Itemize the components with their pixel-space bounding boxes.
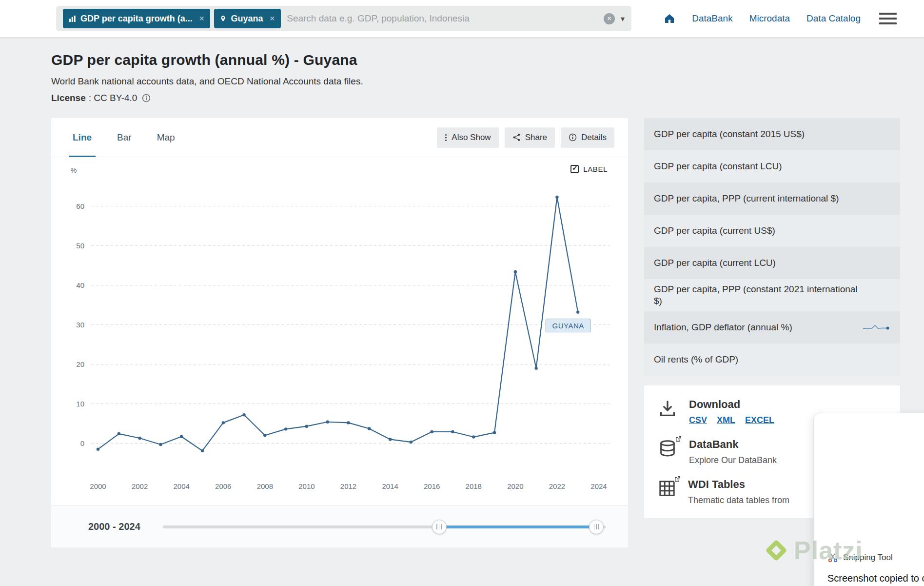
filter-chip-guyana[interactable]: Guyana✕ (214, 9, 281, 28)
svg-text:10: 10 (76, 400, 84, 408)
svg-text:60: 60 (76, 202, 84, 210)
svg-text:2022: 2022 (549, 482, 565, 490)
indicator-label: GDP per capita, PPP (constant 2021 inter… (654, 283, 864, 307)
indicator-gdp-per-capita-current-us[interactable]: GDP per capita (current US$) (644, 215, 900, 247)
svg-text:2006: 2006 (215, 482, 231, 490)
indicator-label: GDP per capita, PPP (current internation… (654, 193, 839, 204)
license-value: : CC BY-4.0 (89, 93, 138, 103)
svg-text:2020: 2020 (507, 482, 523, 490)
button-label: Also Show (452, 133, 491, 142)
snipping-tool-icon (827, 552, 838, 563)
share-icon (512, 133, 521, 141)
search-chips: GDP per capita growth (a...✕Guyana✕ (63, 9, 281, 28)
slider-selected-range (439, 525, 596, 528)
svg-text:0: 0 (80, 439, 84, 447)
clear-search-icon[interactable]: ✕ (604, 13, 615, 24)
indicator-gdp-per-capita-constant-2015-us[interactable]: GDP per capita (constant 2015 US$) (644, 118, 900, 150)
license-label: License (51, 93, 86, 103)
nav-link-databank[interactable]: DataBank (692, 13, 732, 24)
chevron-down-icon[interactable]: ▾ (621, 14, 625, 23)
sparkline-icon (862, 322, 890, 333)
button-label: Share (525, 133, 547, 142)
home-icon[interactable] (664, 13, 675, 24)
download-link-excel[interactable]: EXCEL (745, 415, 774, 425)
tab-map[interactable]: Map (157, 118, 175, 157)
indicator-gdp-per-capita-ppp-current-international[interactable]: GDP per capita, PPP (current internation… (644, 182, 900, 215)
svg-text:2012: 2012 (340, 482, 356, 490)
indicator-inflation-gdp-deflator-annual[interactable]: Inflation, GDP deflator (annual %) (644, 311, 900, 344)
slider-handle-left[interactable] (432, 520, 447, 534)
svg-text:2018: 2018 (466, 482, 482, 490)
share-button[interactable]: Share (505, 127, 555, 148)
svg-text:50: 50 (76, 242, 84, 250)
download-link-csv[interactable]: CSV (689, 415, 707, 425)
chip-label: Guyana (231, 14, 263, 24)
chart-tabs: LineBarMap (73, 118, 200, 157)
svg-text:30: 30 (76, 321, 84, 329)
toast-content: Snipping Tool Screenshot copied to c (827, 552, 924, 584)
license-line: License : CC BY-4.0 (51, 93, 924, 103)
svg-text:GUYANA: GUYANA (552, 322, 584, 330)
chip-close-icon[interactable]: ✕ (269, 15, 275, 22)
header-nav: DataBankMicrodataData Catalog (664, 13, 861, 24)
svg-text:2016: 2016 (424, 482, 440, 490)
page-title: GDP per capita growth (annual %) - Guyan… (51, 52, 924, 68)
menu-icon[interactable] (879, 10, 897, 27)
download-link-xml[interactable]: XML (717, 415, 735, 425)
databank-subtitle: Explore Our DataBank (689, 455, 777, 465)
svg-text:2024: 2024 (590, 482, 607, 490)
info-icon (569, 133, 577, 141)
location-pin-icon (220, 15, 226, 22)
external-link-icon (674, 476, 681, 482)
download-title: Download (689, 398, 774, 411)
checkbox-checked-icon[interactable] (570, 165, 579, 173)
main-content: GDP per capita growth (annual %) - Guyan… (0, 37, 924, 547)
indicator-label: Inflation, GDP deflator (annual %) (654, 322, 792, 333)
svg-text:2010: 2010 (298, 482, 315, 490)
svg-text:2002: 2002 (132, 482, 148, 490)
line-chart: 0102030405060200020022004200620082010201… (61, 163, 618, 500)
search-bar[interactable]: GDP per capita growth (a...✕Guyana✕ ✕ ▾ (56, 6, 631, 31)
top-header: GDP per capita growth (a...✕Guyana✕ ✕ ▾ … (0, 0, 924, 37)
chart-card: LineBarMap Also ShowShareDetails LABEL 0… (51, 118, 628, 547)
tab-line[interactable]: Line (73, 118, 92, 157)
slider-handle-right[interactable] (589, 520, 604, 534)
indicator-label: GDP per capita (constant 2015 US$) (654, 128, 805, 140)
svg-text:20: 20 (76, 360, 84, 368)
snipping-tool-toast[interactable]: Snipping Tool Screenshot copied to c (813, 413, 924, 586)
svg-text:2014: 2014 (382, 482, 398, 490)
download-links: CSVXMLEXCEL (689, 415, 774, 425)
svg-text:2004: 2004 (173, 482, 189, 490)
tab-bar[interactable]: Bar (117, 118, 132, 157)
related-indicators: GDP per capita (constant 2015 US$)GDP pe… (644, 118, 900, 376)
indicator-gdp-per-capita-current-lcu[interactable]: GDP per capita (current LCU) (644, 247, 900, 279)
kebab-menu-icon (445, 134, 447, 141)
page-subtitle: World Bank national accounts data, and O… (51, 76, 924, 87)
also-show-button[interactable]: Also Show (437, 127, 498, 148)
license-info-icon[interactable] (142, 94, 151, 102)
indicator-oil-rents-of-gdp[interactable]: Oil rents (% of GDP) (644, 344, 900, 376)
indicator-gdp-per-capita-constant-lcu[interactable]: GDP per capita (constant LCU) (644, 150, 900, 182)
indicator-label: GDP per capita (current LCU) (654, 257, 776, 269)
indicator-label: Oil rents (% of GDP) (654, 354, 738, 365)
nav-link-microdata[interactable]: Microdata (749, 13, 790, 24)
indicator-gdp-per-capita-ppp-constant-2021-international[interactable]: GDP per capita, PPP (constant 2021 inter… (644, 279, 900, 311)
details-button[interactable]: Details (561, 127, 614, 148)
search-input[interactable] (287, 13, 604, 24)
external-link-icon (675, 436, 682, 442)
indicator-label: GDP per capita (current US$) (654, 225, 775, 237)
chart-actions: Also ShowShareDetails (437, 127, 614, 148)
chip-close-icon[interactable]: ✕ (199, 15, 205, 22)
button-label: Details (581, 133, 607, 142)
svg-text:%: % (71, 166, 77, 174)
databank-title: DataBank (689, 438, 777, 451)
bar-chart-icon (69, 15, 76, 22)
toast-header: Snipping Tool (827, 552, 924, 563)
svg-text:2000: 2000 (90, 482, 106, 490)
nav-link-data-catalog[interactable]: Data Catalog (806, 13, 861, 24)
label-toggle[interactable]: LABEL (570, 165, 608, 173)
year-range-slider[interactable] (163, 525, 606, 528)
chip-label: GDP per capita growth (a... (80, 14, 193, 24)
filter-chip-gdp-per-capita-growth-a[interactable]: GDP per capita growth (a...✕ (63, 9, 210, 28)
date-range-label: 2000 - 2024 (88, 521, 140, 532)
